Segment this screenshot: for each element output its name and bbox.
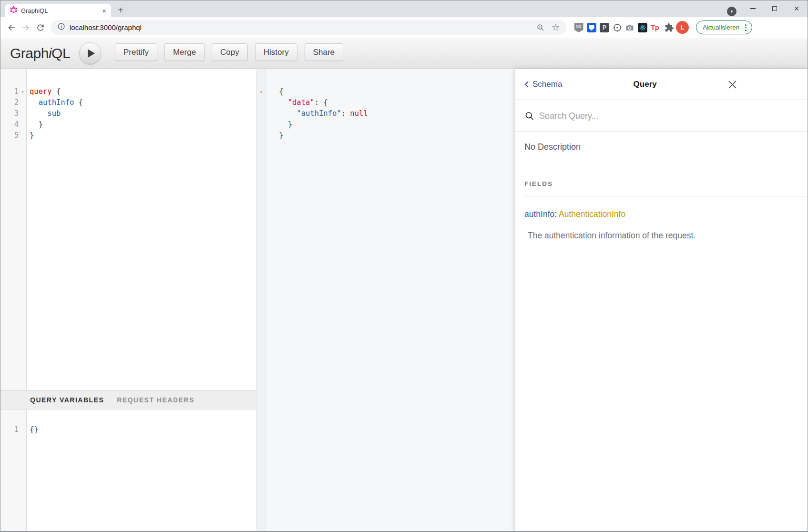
result-viewer[interactable]: ▾{ "data": { "authInfo": null }} — [257, 69, 516, 531]
doc-section-divider — [524, 196, 808, 196]
maximize-icon — [772, 6, 777, 11]
new-tab-button[interactable]: + — [115, 4, 126, 16]
toolbar-button-prettify[interactable]: Prettify — [115, 43, 157, 61]
address-bar[interactable]: localhost:3000/graphql ☆ — [51, 20, 566, 35]
code-text: authInfo { — [27, 97, 83, 108]
fold-arrow-icon[interactable]: ▾ — [257, 86, 266, 97]
tab-request-headers[interactable]: REQUEST HEADERS — [117, 396, 194, 404]
zoom-icon[interactable] — [536, 23, 545, 32]
browser-tab[interactable]: GraphiQL × — [5, 4, 111, 17]
code-text: } — [266, 130, 283, 141]
doc-field-name-link[interactable]: authInfo — [524, 209, 554, 219]
reload-button[interactable] — [35, 22, 46, 33]
line-number: 1 — [0, 424, 19, 435]
graphiql-main: 1▾query {2 authInfo {3 sub4 }5} QUERY VA… — [0, 69, 808, 531]
code-text: {} — [27, 424, 39, 435]
extension-target-icon[interactable] — [613, 23, 622, 32]
doc-back-label: Schema — [532, 80, 562, 89]
graphql-favicon-icon — [10, 6, 17, 15]
query-code-line: 5} — [0, 130, 256, 141]
ublock-shield-icon: UO — [574, 23, 583, 32]
chevron-down-icon: ▾ — [731, 10, 733, 14]
tab-query-variables[interactable]: QUERY VARIABLES — [30, 396, 104, 404]
extension-react-devtools-icon[interactable] — [638, 23, 647, 32]
result-code-line: } — [257, 130, 516, 141]
result-code-line: "data": { — [257, 97, 516, 108]
fold-spacer — [19, 119, 27, 130]
chevron-left-icon — [524, 81, 529, 88]
result-code-line: "authInfo": null — [257, 108, 516, 119]
forward-button[interactable] — [20, 22, 31, 33]
profile-avatar[interactable]: L — [676, 21, 689, 34]
tab-close-icon[interactable]: × — [101, 7, 107, 14]
query-variables-editor[interactable]: 1{} — [0, 409, 256, 531]
browser-titlebar: GraphiQL × + ▾ × — [0, 0, 808, 17]
back-button[interactable] — [6, 22, 17, 33]
code-text: } — [27, 119, 43, 130]
variables-code-line: 1{} — [0, 424, 256, 435]
extension-camera-icon[interactable] — [625, 23, 634, 32]
query-code-line: 3 sub — [0, 108, 256, 119]
doc-field-description: The authentication information of the re… — [528, 231, 796, 241]
bookmark-star-icon[interactable]: ☆ — [552, 23, 560, 32]
window-minimize-button[interactable] — [742, 0, 764, 17]
extension-tp-icon[interactable]: Tp — [650, 23, 660, 32]
toolbar-button-share[interactable]: Share — [305, 43, 343, 61]
toolbar-button-group: PrettifyMergeCopyHistoryShare — [115, 43, 343, 61]
line-number: 2 — [0, 97, 19, 108]
fold-spacer — [19, 97, 27, 108]
bitwarden-shield-icon — [587, 23, 596, 32]
browser-menu-kebab-icon[interactable] — [744, 23, 747, 32]
window-close-button[interactable]: × — [786, 0, 808, 17]
p-badge-icon: P — [600, 23, 609, 32]
query-code-line: 4 } — [0, 119, 256, 130]
extensions-puzzle-icon[interactable] — [665, 23, 674, 32]
query-editor[interactable]: 1▾query {2 authInfo {3 sub4 }5} — [0, 69, 256, 390]
execute-query-button[interactable] — [79, 42, 101, 64]
toolbar-button-copy[interactable]: Copy — [212, 43, 248, 61]
doc-search-bar — [515, 100, 808, 132]
extension-p-icon[interactable]: P — [600, 23, 609, 32]
browser-toolbar: localhost:3000/graphql ☆ UO P Tp — [0, 17, 808, 38]
url-text: localhost:3000/graphql — [70, 23, 530, 31]
close-icon — [728, 80, 737, 89]
code-text: } — [27, 130, 34, 141]
site-info-icon[interactable] — [57, 22, 65, 32]
doc-back-link[interactable]: Schema — [524, 80, 562, 89]
chrome-update-button[interactable]: Aktualisieren — [696, 20, 752, 34]
line-number: 3 — [0, 108, 19, 119]
fold-spacer — [19, 108, 27, 119]
tab-search-button[interactable]: ▾ — [727, 7, 736, 16]
fold-spacer — [257, 119, 266, 130]
extension-bitwarden-icon[interactable] — [587, 23, 596, 32]
minimize-icon — [750, 8, 756, 9]
fold-spacer — [257, 97, 266, 108]
doc-field-list: authInfo: AuthenticationInfoThe authenti… — [524, 209, 796, 241]
result-code-line: } — [257, 119, 516, 130]
window-maximize-button[interactable] — [764, 0, 786, 17]
result-code-line: ▾{ — [257, 86, 516, 97]
code-text: query { — [27, 86, 61, 97]
doc-type-link[interactable]: AuthenticationInfo — [559, 209, 625, 219]
line-number: 5 — [0, 130, 19, 141]
doc-explorer-title: Query — [562, 80, 728, 89]
fold-spacer — [19, 130, 27, 141]
fold-arrow-icon[interactable]: ▾ — [19, 86, 27, 97]
field-colon: : — [554, 209, 559, 219]
code-text: { — [266, 86, 283, 97]
toolbar-button-merge[interactable]: Merge — [164, 43, 205, 61]
doc-search-input[interactable] — [539, 111, 798, 121]
search-icon — [525, 111, 534, 121]
fold-spacer — [257, 130, 266, 141]
line-number: 1 — [0, 86, 19, 97]
extension-ublock-icon[interactable]: UO — [574, 23, 583, 32]
code-text: "data": { — [266, 97, 328, 108]
code-text: } — [266, 119, 292, 130]
fold-spacer — [257, 108, 266, 119]
react-atom-icon — [638, 23, 647, 32]
toolbar-button-history[interactable]: History — [255, 43, 297, 61]
doc-explorer-header: Schema Query — [515, 69, 808, 100]
fold-spacer — [19, 424, 27, 435]
doc-no-description: No Description — [524, 142, 581, 152]
doc-close-button[interactable] — [728, 80, 737, 89]
